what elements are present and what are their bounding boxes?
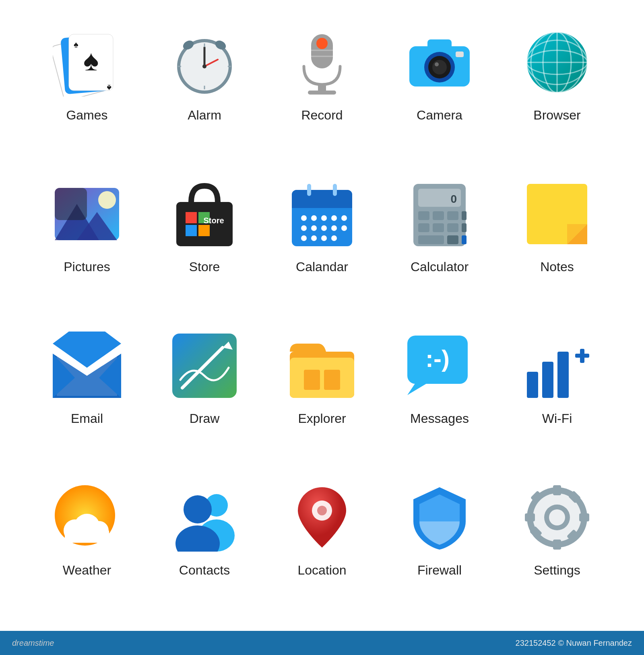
svg-rect-100 — [542, 362, 553, 398]
app-item-pictures[interactable]: Pictures — [32, 176, 142, 311]
app-item-alarm[interactable]: Alarm — [150, 24, 259, 160]
svg-rect-119 — [525, 513, 535, 521]
app-item-wifi[interactable]: Wi-Fi — [502, 328, 612, 463]
app-grid: ♠ ♠ ♠ Games — [0, 0, 644, 631]
svg-marker-97 — [407, 383, 427, 395]
alarm-icon — [166, 24, 243, 101]
svg-point-62 — [341, 225, 347, 231]
svg-rect-52 — [333, 184, 337, 196]
svg-text:0: 0 — [450, 193, 457, 205]
svg-point-28 — [435, 62, 439, 66]
svg-point-66 — [331, 235, 337, 241]
calendar-icon — [284, 176, 360, 252]
svg-rect-46 — [198, 225, 210, 236]
svg-rect-79 — [462, 223, 466, 232]
settings-label: Settings — [534, 563, 580, 578]
svg-rect-78 — [462, 211, 466, 220]
app-item-calculator[interactable]: 0 Calculator — [385, 176, 494, 311]
weather-label: Weather — [63, 563, 111, 578]
svg-point-60 — [321, 225, 327, 231]
svg-rect-45 — [186, 225, 197, 236]
svg-point-59 — [311, 225, 317, 231]
app-item-messages[interactable]: :-) Messages — [385, 328, 494, 463]
svg-point-63 — [301, 235, 307, 241]
alarm-label: Alarm — [188, 108, 221, 123]
svg-rect-71 — [433, 211, 444, 220]
contacts-label: Contacts — [179, 563, 230, 578]
messages-label: Messages — [410, 411, 469, 426]
svg-rect-99 — [527, 372, 538, 398]
svg-rect-72 — [447, 211, 458, 220]
games-label: Games — [66, 108, 107, 123]
svg-rect-93 — [290, 358, 354, 398]
svg-text:♠: ♠ — [83, 44, 99, 76]
svg-text:Store: Store — [203, 216, 224, 225]
svg-text:♠: ♠ — [74, 39, 78, 49]
app-item-firewall[interactable]: Firewall — [385, 479, 494, 615]
app-item-camera[interactable]: Camera — [385, 24, 494, 160]
svg-rect-75 — [447, 223, 458, 232]
svg-text::-): :-) — [425, 345, 450, 372]
games-icon: ♠ ♠ ♠ — [49, 24, 125, 101]
app-item-settings[interactable]: Settings — [502, 479, 612, 615]
camera-icon — [401, 24, 478, 101]
svg-rect-80 — [462, 235, 466, 244]
footer-watermark: 232152452 © Nuwan Fernandez — [516, 639, 632, 648]
svg-point-55 — [321, 215, 327, 221]
app-item-games[interactable]: ♠ ♠ ♠ Games — [32, 24, 142, 160]
app-item-calendar[interactable]: Calandar — [267, 176, 377, 311]
app-item-email[interactable]: Email — [32, 328, 142, 463]
svg-rect-22 — [308, 91, 336, 95]
app-item-store[interactable]: Store Store — [150, 176, 259, 311]
svg-point-57 — [341, 215, 347, 221]
svg-point-53 — [301, 215, 307, 221]
footer-logo: dreamstime — [12, 639, 54, 648]
svg-point-40 — [98, 191, 116, 209]
app-item-explorer[interactable]: Explorer — [267, 328, 377, 463]
record-label: Record — [301, 108, 343, 123]
svg-rect-117 — [553, 485, 561, 495]
camera-label: Camera — [417, 108, 462, 123]
app-item-weather[interactable]: Weather — [32, 479, 142, 615]
svg-rect-43 — [186, 212, 197, 223]
svg-rect-77 — [447, 235, 458, 244]
browser-label: Browser — [533, 108, 580, 123]
explorer-label: Explorer — [298, 411, 346, 426]
app-item-record[interactable]: Record — [267, 24, 377, 160]
store-icon: Store — [166, 176, 243, 252]
browser-icon — [519, 24, 595, 101]
notes-icon — [519, 176, 595, 252]
calculator-label: Calculator — [411, 260, 469, 274]
svg-text:♠: ♠ — [107, 83, 111, 93]
svg-rect-29 — [456, 51, 464, 57]
svg-point-64 — [311, 235, 317, 241]
location-label: Location — [298, 563, 347, 578]
app-item-notes[interactable]: Notes — [502, 176, 612, 311]
pictures-label: Pictures — [64, 260, 110, 274]
app-item-contacts[interactable]: Contacts — [150, 479, 259, 615]
svg-rect-94 — [304, 370, 320, 390]
svg-point-114 — [317, 506, 327, 515]
app-item-draw[interactable]: Draw — [150, 328, 259, 463]
svg-point-12 — [202, 64, 206, 68]
email-label: Email — [71, 411, 103, 426]
svg-rect-73 — [418, 223, 429, 232]
record-icon — [284, 24, 360, 101]
firewall-icon — [401, 479, 478, 556]
weather-icon — [49, 479, 125, 556]
notes-label: Notes — [540, 260, 574, 274]
svg-point-61 — [331, 225, 337, 231]
draw-icon — [166, 328, 243, 404]
app-item-location[interactable]: Location — [267, 479, 377, 615]
svg-rect-76 — [418, 235, 444, 244]
pictures-icon — [49, 176, 125, 252]
wifi-icon — [519, 328, 595, 404]
svg-point-56 — [331, 215, 337, 221]
svg-rect-118 — [553, 540, 561, 550]
app-item-browser[interactable]: Browser — [502, 24, 612, 160]
svg-point-126 — [549, 509, 565, 525]
location-icon — [284, 479, 360, 556]
explorer-icon — [284, 328, 360, 404]
svg-rect-70 — [418, 211, 429, 220]
svg-rect-103 — [580, 349, 584, 363]
